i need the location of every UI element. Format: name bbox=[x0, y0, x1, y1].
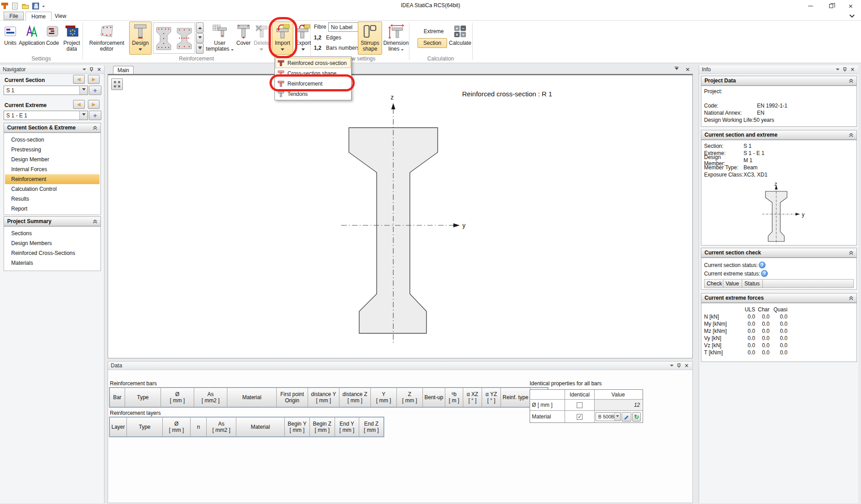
bars-numbers-label[interactable]: Bars numbers bbox=[326, 45, 360, 51]
gallery-more-icon[interactable] bbox=[196, 43, 204, 54]
application-button[interactable]: Application bbox=[20, 22, 43, 55]
nav-item[interactable]: Sections bbox=[4, 228, 100, 238]
section-value: S 1 bbox=[744, 143, 752, 149]
nav-item-internal-forces[interactable]: Internal Forces bbox=[4, 164, 100, 174]
prev-extreme-button[interactable]: ◀ bbox=[73, 100, 85, 109]
nav-item-design-member[interactable]: Design Member bbox=[4, 155, 100, 164]
calculate-button[interactable]: +−×÷ Calculate bbox=[448, 22, 472, 55]
nav-item-calculation-control[interactable]: Calculation Control bbox=[4, 184, 100, 194]
diameter-value[interactable]: 12 bbox=[594, 400, 642, 410]
panel-close-icon[interactable]: × bbox=[684, 362, 689, 369]
panel-menu-icon[interactable] bbox=[836, 69, 839, 70]
cover-button[interactable]: Cover bbox=[235, 22, 252, 55]
pin-icon[interactable] bbox=[843, 67, 847, 72]
group-label-settings: Settings bbox=[0, 56, 83, 62]
next-extreme-button[interactable]: ▶ bbox=[88, 100, 100, 109]
nav-item-cross-section[interactable]: Cross-section bbox=[4, 135, 100, 145]
t-section-icon bbox=[278, 80, 284, 87]
reinforcement-bars-table[interactable]: BarTypeØ[ mm ]As[ mm2 ]MaterialFirst poi… bbox=[109, 387, 548, 408]
help-icon[interactable]: ? bbox=[761, 270, 768, 277]
panel-menu-icon[interactable] bbox=[83, 69, 86, 70]
minimize-button[interactable] bbox=[801, 0, 820, 12]
export-button[interactable]: Export bbox=[294, 22, 312, 55]
add-section-button[interactable]: + bbox=[89, 86, 101, 95]
reinforcement-editor-button[interactable]: Reinforcement editor bbox=[85, 22, 128, 55]
section-extreme-list: Cross-section Prestressing Design Member… bbox=[4, 133, 101, 215]
window-title: IDEA StatiCa RCS(64bit) bbox=[0, 2, 861, 9]
nav-item-prestressing[interactable]: Prestressing bbox=[4, 145, 100, 155]
current-extreme-combo[interactable]: S 1 - E 1 bbox=[4, 111, 88, 120]
add-extreme-button[interactable]: + bbox=[89, 111, 101, 120]
member-type-value: Beam bbox=[744, 164, 757, 171]
project-summary-group-header[interactable]: Project Summary bbox=[4, 216, 101, 226]
pin-icon[interactable] bbox=[89, 67, 94, 72]
main-canvas[interactable]: Reinforced cross-section : R 1 z y bbox=[108, 74, 693, 358]
next-section-button[interactable]: ▶ bbox=[88, 75, 100, 84]
panel-close-icon[interactable]: × bbox=[97, 66, 101, 73]
nav-item-reinforcement[interactable]: Reinforcement bbox=[5, 174, 100, 184]
gallery-section-thumb[interactable] bbox=[175, 25, 193, 52]
panel-close-icon[interactable]: × bbox=[850, 66, 855, 73]
menu-item-cross-section-shape[interactable]: Cross-section shape bbox=[275, 68, 351, 78]
section-button[interactable]: Section bbox=[417, 38, 447, 48]
design-gallery[interactable] bbox=[153, 22, 195, 54]
restore-button[interactable] bbox=[822, 0, 840, 12]
group-separator bbox=[409, 22, 409, 60]
extreme-button[interactable]: Extreme bbox=[419, 28, 448, 34]
import-button[interactable]: Import bbox=[272, 22, 293, 55]
forces-row: Vz [kN] 0.0 0.0 0.0 bbox=[704, 342, 854, 349]
tab-view[interactable]: View bbox=[49, 12, 72, 20]
ribbon-collapse-icon[interactable] bbox=[849, 14, 855, 18]
current-extreme-forces-box: ULS Char Quasi N [kN] 0.0 0.0 0.0 My [kN… bbox=[701, 303, 857, 362]
dimension-lines-button[interactable]: Dimension lines bbox=[383, 22, 409, 55]
tab-main[interactable]: Main bbox=[113, 66, 134, 74]
nav-item-results[interactable]: Results bbox=[4, 194, 100, 204]
reinforcement-layers-table[interactable]: LayerTypeØ[ mm ]nAs[ mm2 ]MaterialBegin … bbox=[109, 417, 384, 437]
gallery-section-thumb[interactable] bbox=[155, 25, 173, 52]
stirrups-shape-button[interactable]: Stirrups shape bbox=[358, 22, 382, 55]
menu-item-reinforcement[interactable]: Reinforcement bbox=[275, 78, 351, 89]
info-title-bar: Info × bbox=[699, 65, 858, 74]
edges-label[interactable]: Edges bbox=[326, 34, 341, 41]
menu-item-tendons[interactable]: Tendons bbox=[275, 89, 351, 99]
tab-home[interactable]: Home bbox=[26, 12, 52, 21]
dimension-lines-dropdown-icon bbox=[401, 49, 404, 51]
nav-item[interactable]: Materials bbox=[4, 258, 100, 268]
edit-material-button[interactable] bbox=[622, 412, 631, 422]
status-column: Status bbox=[742, 280, 763, 288]
nav-item-report[interactable]: Report bbox=[4, 204, 100, 214]
dock-position-icon[interactable] bbox=[674, 67, 678, 72]
calculate-icon: +−×÷ bbox=[454, 23, 466, 40]
prev-section-button[interactable]: ◀ bbox=[73, 75, 85, 84]
section-status-label: Current section status: bbox=[704, 262, 758, 268]
pin-icon[interactable] bbox=[677, 363, 681, 368]
panel-menu-icon[interactable] bbox=[670, 365, 674, 366]
data-panel: Data × Reinforcement bars BarTypeØ[ mm ]… bbox=[108, 361, 693, 503]
diameter-checkbox[interactable] bbox=[577, 402, 583, 408]
material-checkbox[interactable]: ✓ bbox=[577, 414, 583, 420]
project-data-header[interactable]: Project Data bbox=[701, 76, 857, 86]
close-button[interactable]: × bbox=[841, 0, 860, 12]
help-icon[interactable]: ? bbox=[759, 262, 765, 268]
current-section-check-header[interactable]: Current section check bbox=[701, 248, 857, 258]
gallery-down-icon[interactable] bbox=[196, 33, 204, 43]
code-button[interactable]: Code bbox=[44, 22, 61, 55]
material-combo[interactable]: B 500B bbox=[596, 412, 621, 421]
current-extreme-forces-header[interactable]: Current extreme forces bbox=[701, 293, 857, 303]
current-section-extreme-header[interactable]: Current section and extreme bbox=[701, 130, 857, 140]
fibre-combo[interactable]: No Label bbox=[328, 22, 360, 32]
canvas-close-icon[interactable]: × bbox=[685, 66, 690, 73]
menu-item-reinforced-cross-section[interactable]: Reinforced cross-section bbox=[275, 58, 351, 68]
section-extreme-group-header[interactable]: Current Section & Extreme bbox=[4, 123, 101, 133]
user-templates-button[interactable]: User templates bbox=[205, 22, 234, 55]
nav-item[interactable]: Design Members bbox=[4, 238, 100, 248]
design-button[interactable]: Design bbox=[129, 22, 152, 55]
tab-file[interactable]: File bbox=[4, 12, 24, 20]
units-button[interactable]: Units bbox=[1, 22, 20, 55]
nav-item[interactable]: Reinforced Cross-Sections bbox=[4, 248, 100, 258]
gallery-up-icon[interactable] bbox=[196, 22, 204, 33]
collapse-icon bbox=[849, 133, 853, 137]
project-data-button[interactable]: Project data bbox=[61, 22, 83, 55]
current-section-combo[interactable]: S 1 bbox=[4, 86, 88, 95]
refresh-material-button[interactable]: ↻ bbox=[632, 412, 641, 422]
